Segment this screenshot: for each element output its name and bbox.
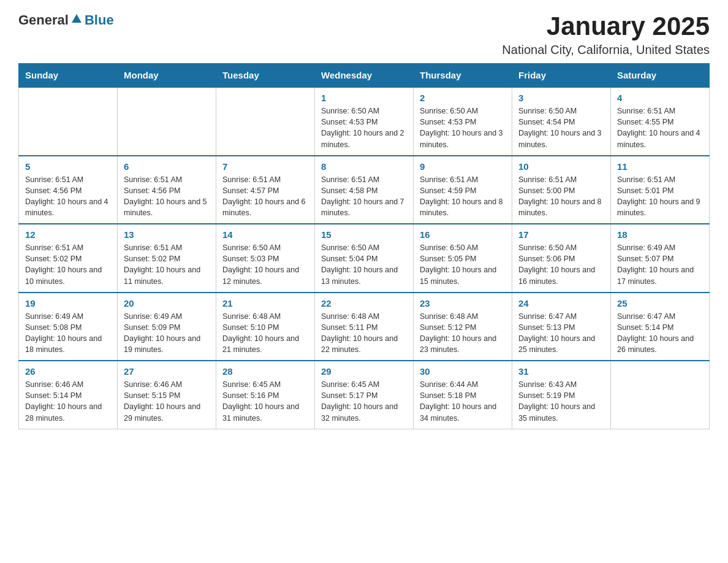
day-info: Sunrise: 6:51 AM Sunset: 4:56 PM Dayligh… <box>25 174 111 219</box>
day-cell <box>118 87 216 156</box>
day-cell: 1Sunrise: 6:50 AM Sunset: 4:53 PM Daylig… <box>315 87 414 156</box>
day-cell: 6Sunrise: 6:51 AM Sunset: 4:56 PM Daylig… <box>118 156 216 224</box>
day-info: Sunrise: 6:51 AM Sunset: 5:02 PM Dayligh… <box>25 242 111 287</box>
day-info: Sunrise: 6:47 AM Sunset: 5:14 PM Dayligh… <box>617 311 703 356</box>
day-number: 24 <box>518 298 604 308</box>
day-info: Sunrise: 6:47 AM Sunset: 5:13 PM Dayligh… <box>518 311 604 356</box>
week-row-4: 19Sunrise: 6:49 AM Sunset: 5:08 PM Dayli… <box>19 293 710 361</box>
day-number: 20 <box>124 298 210 308</box>
day-number: 15 <box>321 229 407 240</box>
day-info: Sunrise: 6:51 AM Sunset: 5:00 PM Dayligh… <box>518 174 604 219</box>
header-cell-tuesday: Tuesday <box>216 64 315 88</box>
day-number: 13 <box>124 229 210 240</box>
day-info: Sunrise: 6:51 AM Sunset: 4:57 PM Dayligh… <box>222 174 308 219</box>
day-number: 11 <box>617 161 703 172</box>
day-info: Sunrise: 6:51 AM Sunset: 5:01 PM Dayligh… <box>617 174 703 219</box>
day-number: 21 <box>222 298 308 308</box>
calendar-body: 1Sunrise: 6:50 AM Sunset: 4:53 PM Daylig… <box>19 87 710 429</box>
day-cell: 31Sunrise: 6:43 AM Sunset: 5:19 PM Dayli… <box>512 361 611 429</box>
day-number: 9 <box>420 161 506 172</box>
page-title: January 2025 <box>502 12 710 40</box>
day-cell: 2Sunrise: 6:50 AM Sunset: 4:53 PM Daylig… <box>414 87 512 156</box>
day-cell: 22Sunrise: 6:48 AM Sunset: 5:11 PM Dayli… <box>315 293 414 361</box>
day-cell: 5Sunrise: 6:51 AM Sunset: 4:56 PM Daylig… <box>19 156 118 224</box>
title-block: January 2025 National City, California, … <box>502 12 710 57</box>
day-number: 18 <box>617 229 703 240</box>
day-info: Sunrise: 6:51 AM Sunset: 4:55 PM Dayligh… <box>617 105 703 150</box>
day-number: 12 <box>25 229 111 240</box>
day-number: 22 <box>321 298 407 308</box>
day-number: 19 <box>25 298 111 308</box>
logo: General Blue <box>18 12 114 28</box>
logo-triangle-icon <box>72 14 82 26</box>
day-info: Sunrise: 6:50 AM Sunset: 5:04 PM Dayligh… <box>321 242 407 287</box>
day-number: 8 <box>321 161 407 172</box>
day-cell: 10Sunrise: 6:51 AM Sunset: 5:00 PM Dayli… <box>512 156 611 224</box>
day-number: 29 <box>321 366 407 377</box>
day-info: Sunrise: 6:49 AM Sunset: 5:07 PM Dayligh… <box>617 242 703 287</box>
day-info: Sunrise: 6:51 AM Sunset: 4:58 PM Dayligh… <box>321 174 407 219</box>
day-cell: 16Sunrise: 6:50 AM Sunset: 5:05 PM Dayli… <box>414 224 512 293</box>
day-info: Sunrise: 6:43 AM Sunset: 5:19 PM Dayligh… <box>518 379 604 424</box>
day-info: Sunrise: 6:48 AM Sunset: 5:10 PM Dayligh… <box>222 311 308 356</box>
day-info: Sunrise: 6:50 AM Sunset: 4:53 PM Dayligh… <box>321 105 407 150</box>
day-info: Sunrise: 6:46 AM Sunset: 5:15 PM Dayligh… <box>124 379 210 424</box>
day-number: 4 <box>617 93 703 103</box>
day-cell: 29Sunrise: 6:45 AM Sunset: 5:17 PM Dayli… <box>315 361 414 429</box>
day-cell: 19Sunrise: 6:49 AM Sunset: 5:08 PM Dayli… <box>19 293 118 361</box>
day-info: Sunrise: 6:51 AM Sunset: 4:56 PM Dayligh… <box>124 174 210 219</box>
header-cell-thursday: Thursday <box>414 64 512 88</box>
day-number: 5 <box>25 161 111 172</box>
day-info: Sunrise: 6:45 AM Sunset: 5:17 PM Dayligh… <box>321 379 407 424</box>
day-cell: 13Sunrise: 6:51 AM Sunset: 5:02 PM Dayli… <box>118 224 216 293</box>
day-cell: 18Sunrise: 6:49 AM Sunset: 5:07 PM Dayli… <box>611 224 710 293</box>
day-number: 25 <box>617 298 703 308</box>
header-cell-monday: Monday <box>118 64 216 88</box>
day-info: Sunrise: 6:50 AM Sunset: 5:06 PM Dayligh… <box>518 242 604 287</box>
day-cell: 4Sunrise: 6:51 AM Sunset: 4:55 PM Daylig… <box>611 87 710 156</box>
day-number: 1 <box>321 93 407 103</box>
day-info: Sunrise: 6:49 AM Sunset: 5:08 PM Dayligh… <box>25 311 111 356</box>
day-cell: 12Sunrise: 6:51 AM Sunset: 5:02 PM Dayli… <box>19 224 118 293</box>
day-number: 28 <box>222 366 308 377</box>
day-number: 6 <box>124 161 210 172</box>
day-cell <box>19 87 118 156</box>
day-cell: 26Sunrise: 6:46 AM Sunset: 5:14 PM Dayli… <box>19 361 118 429</box>
header-row: SundayMondayTuesdayWednesdayThursdayFrid… <box>19 64 710 88</box>
day-info: Sunrise: 6:45 AM Sunset: 5:16 PM Dayligh… <box>222 379 308 424</box>
day-cell: 30Sunrise: 6:44 AM Sunset: 5:18 PM Dayli… <box>414 361 512 429</box>
day-number: 17 <box>518 229 604 240</box>
week-row-5: 26Sunrise: 6:46 AM Sunset: 5:14 PM Dayli… <box>19 361 710 429</box>
day-cell: 20Sunrise: 6:49 AM Sunset: 5:09 PM Dayli… <box>118 293 216 361</box>
week-row-2: 5Sunrise: 6:51 AM Sunset: 4:56 PM Daylig… <box>19 156 710 224</box>
day-cell: 14Sunrise: 6:50 AM Sunset: 5:03 PM Dayli… <box>216 224 315 293</box>
day-info: Sunrise: 6:46 AM Sunset: 5:14 PM Dayligh… <box>25 379 111 424</box>
day-info: Sunrise: 6:44 AM Sunset: 5:18 PM Dayligh… <box>420 379 506 424</box>
day-cell: 15Sunrise: 6:50 AM Sunset: 5:04 PM Dayli… <box>315 224 414 293</box>
day-number: 7 <box>222 161 308 172</box>
day-cell: 21Sunrise: 6:48 AM Sunset: 5:10 PM Dayli… <box>216 293 315 361</box>
day-cell: 25Sunrise: 6:47 AM Sunset: 5:14 PM Dayli… <box>611 293 710 361</box>
day-info: Sunrise: 6:51 AM Sunset: 5:02 PM Dayligh… <box>124 242 210 287</box>
day-cell: 8Sunrise: 6:51 AM Sunset: 4:58 PM Daylig… <box>315 156 414 224</box>
logo-blue-text: Blue <box>85 12 114 28</box>
week-row-1: 1Sunrise: 6:50 AM Sunset: 4:53 PM Daylig… <box>19 87 710 156</box>
day-cell: 3Sunrise: 6:50 AM Sunset: 4:54 PM Daylig… <box>512 87 611 156</box>
page-header: General Blue January 2025 National City,… <box>18 12 710 57</box>
day-info: Sunrise: 6:48 AM Sunset: 5:12 PM Dayligh… <box>420 311 506 356</box>
header-cell-sunday: Sunday <box>19 64 118 88</box>
day-number: 30 <box>420 366 506 377</box>
logo-general-text: General <box>18 12 69 28</box>
day-number: 14 <box>222 229 308 240</box>
day-cell: 17Sunrise: 6:50 AM Sunset: 5:06 PM Dayli… <box>512 224 611 293</box>
day-cell: 23Sunrise: 6:48 AM Sunset: 5:12 PM Dayli… <box>414 293 512 361</box>
day-cell: 9Sunrise: 6:51 AM Sunset: 4:59 PM Daylig… <box>414 156 512 224</box>
day-number: 27 <box>124 366 210 377</box>
day-info: Sunrise: 6:50 AM Sunset: 5:05 PM Dayligh… <box>420 242 506 287</box>
header-cell-wednesday: Wednesday <box>315 64 414 88</box>
day-info: Sunrise: 6:50 AM Sunset: 5:03 PM Dayligh… <box>222 242 308 287</box>
day-cell: 24Sunrise: 6:47 AM Sunset: 5:13 PM Dayli… <box>512 293 611 361</box>
day-cell: 7Sunrise: 6:51 AM Sunset: 4:57 PM Daylig… <box>216 156 315 224</box>
header-cell-friday: Friday <box>512 64 611 88</box>
day-number: 10 <box>518 161 604 172</box>
